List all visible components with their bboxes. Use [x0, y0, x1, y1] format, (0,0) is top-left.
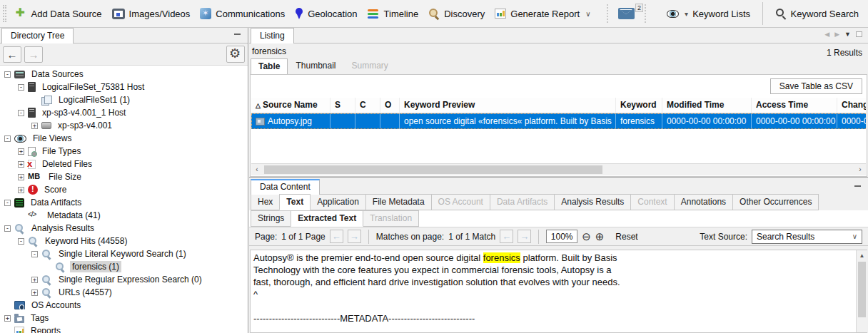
reset-button[interactable]: Reset — [608, 232, 645, 242]
tree-node-file-views[interactable]: -File Views — [0, 132, 248, 145]
toolbar-button-geolocation[interactable]: Geolocation — [290, 6, 362, 22]
disk-icon — [41, 122, 51, 129]
toolbar-button-images-videos[interactable]: Images/Videos — [107, 6, 196, 21]
vertical-scrollbar[interactable]: ▲ — [856, 250, 867, 332]
next-match-button[interactable]: → — [518, 230, 531, 243]
tree-node-data-artifacts[interactable]: -Data Artifacts — [0, 196, 248, 209]
tree-node-urls-44557[interactable]: +URLs (44557) — [0, 286, 248, 299]
collapse-icon[interactable]: - — [18, 238, 24, 245]
tab-application[interactable]: Application — [310, 194, 366, 210]
tab-table[interactable]: Table — [251, 58, 288, 74]
tree-node-xp-sp3-v4-001[interactable]: +xp-sp3-v4.001 — [0, 119, 248, 132]
tree-node-logicalfileset-75381-host[interactable]: -LogicalFileSet_75381 Host — [0, 81, 248, 93]
collapse-icon[interactable]: - — [4, 200, 11, 206]
tab-extracted-text[interactable]: Extracted Text — [291, 210, 363, 227]
minimize-button[interactable] — [234, 34, 241, 35]
tree-node-reports[interactable]: Reports — [0, 324, 248, 333]
tree-node-forensics-1[interactable]: forensics (1) — [0, 260, 248, 273]
expand-icon[interactable]: + — [31, 290, 38, 296]
zoom-in-icon[interactable]: ⊕ — [595, 230, 605, 243]
scrollbar-thumb[interactable] — [858, 262, 866, 317]
keyword-lists-button[interactable]: ▾ Keyword Lists — [662, 6, 755, 21]
tab-thumbnail[interactable]: Thumbnail — [288, 58, 343, 74]
tree-node-tags[interactable]: +Tags — [0, 312, 248, 324]
expand-icon[interactable]: + — [18, 161, 24, 168]
expand-icon[interactable]: + — [18, 187, 24, 193]
minimize-button[interactable] — [854, 185, 861, 187]
tab-listing[interactable]: Listing — [251, 28, 294, 43]
forward-button[interactable]: → — [24, 46, 43, 63]
keyword-search-button[interactable]: Keyword Search — [770, 6, 864, 21]
expand-icon[interactable]: + — [31, 123, 38, 129]
toolbar-button-timeline[interactable]: Timeline — [363, 6, 424, 21]
table-row[interactable]: Autopsy.jpgopen source digital «forensic… — [251, 113, 866, 129]
expand-icon[interactable]: + — [4, 315, 11, 322]
tab-strings[interactable]: Strings — [251, 210, 291, 227]
tree-node-analysis-results[interactable]: -Analysis Results — [0, 222, 248, 235]
tab-analysis-results[interactable]: Analysis Results — [554, 194, 631, 210]
tab-file-metadata[interactable]: File Metadata — [365, 194, 432, 210]
tree-node-single-regular-expression-search-0[interactable]: +Single Regular Expression Search (0) — [0, 273, 248, 286]
tree-node-metadata-41[interactable]: Metadata (41) — [0, 209, 248, 222]
text-source-dropdown[interactable]: Search Results ∨ — [752, 230, 862, 244]
toolbar-button-generate-report[interactable]: Generate Report∨ — [490, 6, 595, 21]
collapse-icon[interactable]: - — [18, 110, 24, 116]
column-header-o[interactable]: O — [380, 98, 400, 113]
toolbar-button-add-data-source[interactable]: Add Data Source — [11, 6, 107, 21]
expand-icon[interactable]: + — [18, 174, 24, 180]
column-header-s[interactable]: S — [330, 98, 355, 113]
scroll-right-icon[interactable]: › — [854, 164, 866, 175]
tab-data-content[interactable]: Data Content — [251, 179, 320, 195]
tab-text[interactable]: Text — [279, 194, 311, 210]
tree-node-os-accounts[interactable]: OS Accounts — [0, 299, 248, 312]
tab-list-dropdown-icon[interactable]: ▼ — [844, 31, 851, 38]
scrollbar-thumb[interactable] — [264, 165, 602, 174]
expand-icon[interactable]: + — [18, 148, 24, 155]
previous-page-button[interactable]: ← — [330, 230, 343, 243]
horizontal-scrollbar[interactable]: ‹ › — [251, 163, 866, 175]
listing-query-label: forensics — [252, 46, 286, 56]
tree-node-logicalfileset1-1[interactable]: LogicalFileSet1 (1) — [0, 93, 248, 106]
messages-button[interactable]: 2 — [618, 8, 635, 19]
tab-other-occurrences[interactable]: Other Occurrences — [732, 194, 819, 210]
extracted-text-area[interactable]: Autopsy® is the premier end-to-end open … — [250, 250, 867, 333]
column-header-c[interactable]: C — [355, 98, 380, 113]
collapse-icon[interactable]: - — [4, 135, 11, 142]
zoom-level-field[interactable]: 100% — [546, 230, 577, 243]
tree-node-deleted-files[interactable]: +Deleted Files — [0, 158, 248, 170]
tab-hex[interactable]: Hex — [251, 194, 280, 210]
tree-node-xp-sp3-v4-001-1-host[interactable]: -xp-sp3-v4.001_1 Host — [0, 106, 248, 119]
column-header-keyword[interactable]: Keyword — [616, 98, 662, 113]
tab-annotations[interactable]: Annotations — [674, 194, 733, 210]
tree-node-file-types[interactable]: +File Types — [0, 145, 248, 158]
collapse-icon[interactable]: - — [31, 251, 38, 257]
scroll-up-icon[interactable]: ▲ — [857, 250, 867, 261]
zoom-out-icon[interactable]: ⊖ — [582, 230, 591, 243]
tree-node-file-size[interactable]: +File Size — [0, 170, 248, 183]
scroll-tabs-left-icon[interactable]: ◀ — [824, 31, 829, 38]
scroll-left-icon[interactable]: ‹ — [251, 164, 263, 175]
column-header-changed-time[interactable]: Changed Time — [837, 98, 866, 113]
tree-settings-button[interactable] — [226, 46, 245, 63]
column-header-source-name[interactable]: △Source Name — [251, 98, 330, 113]
collapse-icon[interactable]: - — [4, 225, 11, 232]
tree-node-score[interactable]: +Score — [0, 183, 248, 196]
column-header-modified-time[interactable]: Modified Time — [662, 98, 752, 113]
scroll-tabs-right-icon[interactable]: ▶ — [834, 31, 839, 38]
column-header-keyword-preview[interactable]: Keyword Preview — [400, 98, 616, 113]
tab-directory-tree[interactable]: Directory Tree — [1, 28, 74, 43]
tree-node-data-sources[interactable]: -Data Sources — [0, 68, 248, 81]
toolbar-button-discovery[interactable]: Discovery — [423, 6, 490, 21]
save-table-as-csv-button[interactable]: Save Table as CSV — [770, 78, 862, 94]
tree-node-single-literal-keyword-search-1[interactable]: -Single Literal Keyword Search (1) — [0, 247, 248, 260]
collapse-icon[interactable]: - — [4, 71, 11, 78]
tree-node-keyword-hits-44558[interactable]: -Keyword Hits (44558) — [0, 235, 248, 247]
previous-match-button[interactable]: ← — [500, 230, 513, 243]
next-page-button[interactable]: → — [348, 230, 361, 243]
maximize-button[interactable] — [856, 31, 862, 37]
back-button[interactable]: ← — [3, 46, 21, 63]
collapse-icon[interactable]: - — [18, 84, 24, 91]
expand-icon[interactable]: + — [31, 277, 38, 283]
toolbar-button-communications[interactable]: Communications — [195, 6, 290, 21]
column-header-access-time[interactable]: Access Time — [752, 98, 837, 113]
